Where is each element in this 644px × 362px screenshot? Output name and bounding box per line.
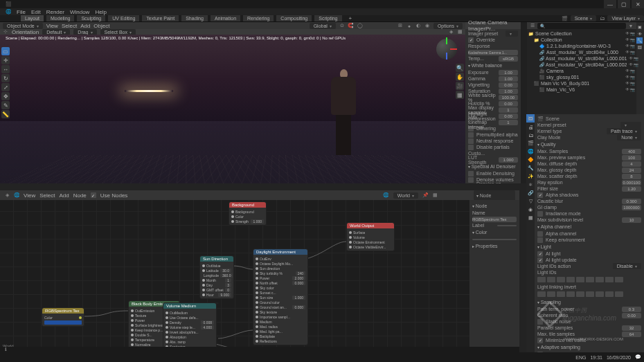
node-value[interactable]: 1.000: [292, 296, 305, 300]
socket-in[interactable]: [131, 338, 134, 341]
shading-wire-icon[interactable]: ⊞: [397, 23, 403, 28]
view-menu[interactable]: View: [46, 23, 58, 29]
tab-animation[interactable]: Animation: [211, 15, 240, 21]
eye-icon[interactable]: 👁: [629, 56, 633, 61]
select-menu[interactable]: Select: [62, 23, 77, 29]
denoiser-section[interactable]: Spectral AI Denoiser: [468, 163, 518, 170]
rail-n[interactable]: 🖼: [636, 44, 643, 51]
particle-tab[interactable]: ✨: [526, 172, 535, 181]
socket-in[interactable]: [256, 262, 258, 265]
node-select-menu[interactable]: Select: [39, 192, 55, 199]
object-menu[interactable]: Object: [93, 23, 109, 29]
coherent-ratio[interactable]: 0.00: [622, 313, 641, 318]
node-value[interactable]: 4.000: [201, 325, 214, 329]
node-label-field[interactable]: [497, 225, 517, 226]
light-section[interactable]: Light: [537, 243, 641, 251]
pan-button[interactable]: ✋: [456, 73, 464, 81]
tab-texture[interactable]: Texture Paint: [142, 15, 179, 21]
socket-in[interactable]: [202, 264, 205, 267]
socket-in[interactable]: [256, 316, 258, 318]
socket-in[interactable]: [256, 291, 258, 294]
select-tool[interactable]: ▭: [1, 47, 10, 55]
socket-in[interactable]: [131, 309, 134, 312]
eye-icon[interactable]: 👁: [625, 69, 629, 73]
scene-tab[interactable]: 🎬: [526, 139, 535, 147]
node-value[interactable]: 0.008: [201, 320, 214, 325]
socket-in[interactable]: [202, 269, 205, 272]
socket-in[interactable]: [256, 306, 258, 309]
outliner-item[interactable]: 🔗 Asst_modular_W_strcll04w_L000.002 👁📷: [528, 62, 635, 68]
socket-in[interactable]: [349, 246, 352, 248]
value-field[interactable]: 1.00: [499, 76, 518, 82]
node-canvas[interactable]: RGBSpectrum Tex Color Black Body Emissio…: [0, 200, 519, 350]
light-linking-boxes[interactable]: [537, 291, 641, 297]
socket-in[interactable]: [256, 311, 258, 314]
move-tool[interactable]: ↔: [1, 65, 10, 73]
node-name-field[interactable]: RGBSpectrum Tex: [472, 217, 517, 222]
tray-lang[interactable]: ENG: [575, 355, 586, 360]
render-icon[interactable]: 📷: [630, 50, 635, 55]
node-value[interactable]: 0.000: [292, 281, 305, 285]
menu-help[interactable]: Help: [95, 9, 106, 15]
menu-file[interactable]: File: [17, 9, 26, 15]
use-nodes-check[interactable]: [91, 192, 96, 198]
tab-sculpting[interactable]: Sculpting: [77, 15, 105, 21]
maximize-button[interactable]: ▢: [618, 0, 630, 8]
node-value[interactable]: 0.000: [292, 305, 305, 309]
socket-in[interactable]: [166, 341, 168, 343]
gi-clamp[interactable]: 1000000: [622, 205, 641, 210]
socket-in[interactable]: [131, 314, 134, 317]
check[interactable]: [468, 177, 474, 183]
disable-partial-check[interactable]: [468, 145, 474, 150]
socket-in[interactable]: [166, 311, 168, 314]
object-tab[interactable]: 🔶: [526, 156, 535, 164]
parallel-samples[interactable]: 32: [622, 325, 641, 331]
tab-shading[interactable]: Shading: [181, 15, 208, 21]
value-field[interactable]: 100.00: [499, 95, 518, 100]
socket-in[interactable]: [256, 301, 258, 304]
socket-in[interactable]: [349, 236, 352, 239]
physics-tab[interactable]: ⚛: [526, 181, 535, 189]
material-tab[interactable]: ◉: [526, 206, 535, 214]
socket-out[interactable]: [79, 316, 82, 319]
rail-view[interactable]: 👁: [636, 30, 643, 37]
node-value[interactable]: 240: [296, 271, 305, 275]
eye-icon[interactable]: 👁: [625, 37, 629, 42]
node-properties-section[interactable]: Properties: [472, 242, 517, 250]
shading-render-icon[interactable]: ◉: [424, 23, 430, 28]
kernel-preset[interactable]: [620, 122, 641, 128]
outliner-item[interactable]: ⬛ sky_glossy.001 👁📷: [528, 74, 635, 80]
socket-in[interactable]: [166, 336, 168, 338]
socket-in[interactable]: [256, 320, 258, 323]
options-dropdown[interactable]: Options: [433, 23, 463, 29]
mode-selector[interactable]: Object Mode: [3, 23, 43, 29]
imager-panel-header[interactable]: Octane Camera ImagerPr...: [465, 22, 521, 29]
socket-in[interactable]: [256, 325, 258, 328]
constraint-tab[interactable]: 🔗: [526, 189, 535, 197]
node-value[interactable]: 1: [225, 278, 231, 282]
render-icon[interactable]: 📷: [630, 75, 635, 80]
outliner-item[interactable]: 🔗 Asst_modular_W_strcll04w_L000 👁📷: [528, 49, 635, 55]
overlay-icon[interactable]: ◈: [448, 29, 454, 35]
tab-uv[interactable]: UV Editing: [108, 15, 139, 21]
eye-icon[interactable]: 👁: [625, 44, 629, 48]
socket-in[interactable]: [256, 287, 258, 289]
tab-scripting[interactable]: Scripting: [314, 15, 341, 21]
node-value[interactable]: 2.000: [292, 276, 305, 280]
node-value[interactable]: 1.000: [251, 219, 264, 224]
imager-preset[interactable]: [506, 30, 518, 37]
node-editor-icon[interactable]: ◈: [4, 192, 10, 198]
socket-in[interactable]: [256, 296, 258, 299]
value-field[interactable]: 8: [622, 174, 641, 179]
socket-in[interactable]: [256, 257, 258, 260]
value-field[interactable]: 0.000100: [622, 180, 641, 185]
socket-in[interactable]: [256, 282, 258, 284]
data-tab[interactable]: ▽: [526, 197, 535, 206]
tab-modeling[interactable]: Modeling: [46, 15, 74, 21]
temp-select[interactable]: sRGB: [499, 56, 518, 62]
camera-button[interactable]: 🎥: [456, 82, 464, 90]
outliner-search[interactable]: 🔍: [537, 23, 626, 29]
value-field[interactable]: 24: [622, 168, 641, 173]
node-color-section[interactable]: Color: [472, 228, 517, 236]
alpha-channel-section[interactable]: Alpha channel: [537, 223, 641, 230]
